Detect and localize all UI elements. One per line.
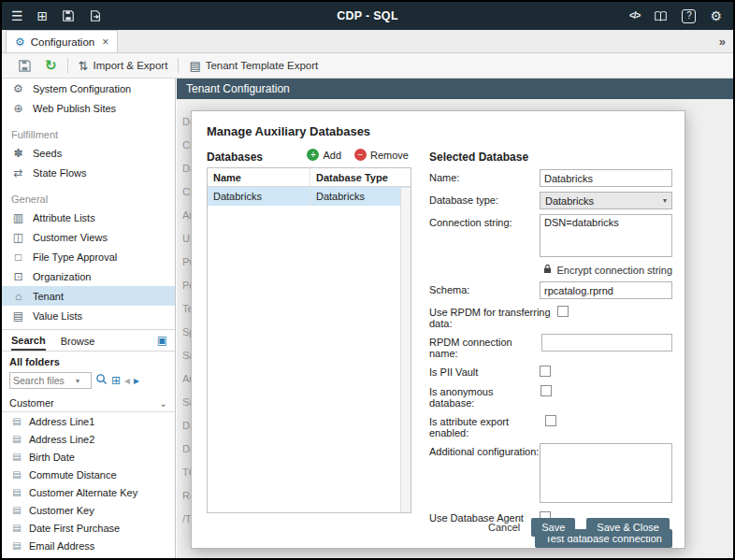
sidebar-item-label: Seeds [33, 148, 62, 159]
refresh-icon[interactable]: ↻ [38, 53, 64, 78]
field-label: Date First Purchase [29, 523, 120, 534]
save-button[interactable]: Save [531, 518, 575, 537]
sidebar-item-tenant[interactable]: ⌂ Tenant [2, 286, 175, 306]
table-body: Databricks Databricks [208, 187, 411, 206]
toolbar-save-icon[interactable] [11, 53, 38, 78]
sidebar-item-label: Web Publish Sites [33, 103, 116, 114]
field-label: Birth Date [29, 452, 75, 463]
apps-grid-icon[interactable]: ⊞ [37, 9, 49, 22]
field-list-item[interactable]: ▤ Address Line1 [2, 412, 175, 430]
titlebar-right-icons: </> ? ⚙ [629, 9, 733, 23]
file-icon: □ [11, 251, 25, 264]
customer-group-header[interactable]: Customer ⌄ [2, 394, 175, 412]
sidebar-item-customer-views[interactable]: ◫ Customer Views [2, 227, 175, 247]
sidebar-item-label: File Type Approval [33, 251, 117, 263]
add-remove-toolbar: + Add − Remove [307, 149, 409, 161]
table-scrollbar[interactable] [400, 188, 411, 512]
save-icon[interactable] [62, 9, 75, 22]
remove-icon: − [354, 149, 367, 161]
field-list-item[interactable]: ▤ Commute Distance [2, 466, 175, 483]
all-folders-label: All folders [2, 352, 175, 370]
titlebar-left-icons: ☰ ⊞ [2, 9, 102, 22]
search-row: ▾ ⊞ ◂ ▸ [2, 370, 175, 394]
attribute-icon: ▤ [11, 469, 22, 480]
tab-search[interactable]: Search [11, 331, 46, 351]
add-label: Add [323, 150, 341, 161]
prev-arrow-icon[interactable]: ◂ [124, 374, 130, 387]
use-rpdm-checkbox[interactable] [557, 306, 569, 317]
code-icon[interactable]: </> [629, 11, 640, 21]
schema-field[interactable] [540, 281, 672, 299]
is-pii-vault-checkbox[interactable] [540, 366, 551, 377]
connection-string-field[interactable]: DSN=databricks [540, 214, 672, 257]
field-label: Email Address [29, 540, 94, 552]
sidebar-item-file-type-approval[interactable]: □ File Type Approval [2, 247, 175, 266]
table-export-icon[interactable]: ▦ [137, 557, 149, 558]
is-pii-vault-label: Is PII Vault [429, 364, 478, 378]
sidebar-item-attribute-lists[interactable]: ▥ Attribute Lists [2, 208, 175, 227]
sidebar-item-state-flows[interactable]: ⇄ State Flows [2, 163, 175, 182]
field-list-item[interactable]: ▤ Email Address [2, 537, 175, 554]
database-type-value: Databricks [545, 195, 594, 207]
export-document-icon[interactable] [89, 9, 102, 22]
add-database-button[interactable]: + Add [307, 149, 341, 161]
tab-configuration[interactable]: ⚙ Configuration × [6, 30, 118, 52]
field-list-item[interactable]: ▤ Address Line2 [2, 430, 175, 448]
cancel-button[interactable]: Cancel [488, 522, 520, 533]
field-list-item[interactable]: ▤ Customer Key [2, 501, 175, 519]
next-arrow-icon[interactable]: ▸ [134, 374, 139, 387]
flow-icon: ⇄ [11, 166, 25, 179]
use-rpdm-label: Use RPDM for transferring data: [429, 304, 557, 329]
attribute-icon: ▤ [11, 434, 22, 444]
sidebar-item-system-configuration[interactable]: ⚙ System Configuration [2, 79, 175, 98]
schema-label: Schema: [429, 281, 469, 295]
group-label: Customer [9, 397, 54, 409]
table-row[interactable]: Databricks Databricks [208, 187, 411, 206]
tab-browse[interactable]: Browse [61, 332, 95, 350]
globe-icon: ⊕ [11, 102, 25, 115]
database-type-select[interactable]: Databricks ▾ [540, 192, 672, 209]
section-general: General [2, 187, 175, 208]
encrypt-connection-string-link[interactable]: Encrypt connection string [429, 264, 672, 276]
sidebar-item-seeds[interactable]: ✽ Seeds [2, 143, 175, 163]
book-icon[interactable] [654, 10, 668, 22]
folder-settings-icon[interactable]: ▣ [157, 334, 167, 347]
collapse-chevron-icon[interactable]: ⌄ [160, 398, 167, 409]
remove-database-button[interactable]: − Remove [354, 149, 409, 161]
additional-configuration-field[interactable] [540, 443, 672, 503]
tenant-template-export-button[interactable]: ▤ Tenant Template Export [182, 53, 324, 78]
is-anonymous-database-checkbox[interactable] [540, 385, 552, 396]
tab-overflow-icon[interactable]: » [719, 35, 733, 52]
name-field[interactable] [540, 169, 672, 187]
field-label: Customer Alternate Key [29, 487, 137, 498]
dialog-footer: Cancel Save Save & Close [488, 518, 670, 537]
field-label: Customer Key [29, 505, 94, 516]
menu-icon[interactable]: ☰ [11, 9, 23, 22]
toolbar-divider [67, 58, 68, 73]
import-export-button[interactable]: ⇅ Import & Export [72, 53, 175, 78]
field-list: ▤ Address Line1 ▤ Address Line2 ▤ Birth … [2, 412, 175, 554]
chevron-down-icon[interactable]: ▾ [76, 377, 81, 385]
attribute-icon: ▤ [11, 487, 22, 497]
sidebar-item-label: Customer Views [33, 232, 108, 243]
save-and-close-button[interactable]: Save & Close [586, 518, 670, 537]
settings-icon[interactable]: ⚙ [710, 9, 722, 22]
sidebar-item-web-publish-sites[interactable]: ⊕ Web Publish Sites [2, 98, 175, 118]
rpdm-connection-name-field[interactable] [541, 334, 672, 352]
gear-icon: ⚙ [11, 82, 25, 95]
databases-label: Databases [207, 151, 263, 164]
section-fulfillment: Fulfillment [2, 122, 175, 143]
help-icon[interactable]: ? [682, 9, 696, 23]
cell-name: Databricks [208, 187, 310, 206]
search-icon[interactable] [95, 373, 108, 388]
field-list-item[interactable]: ▤ Customer Alternate Key [2, 483, 175, 501]
is-attribute-export-enabled-checkbox[interactable] [545, 415, 556, 426]
field-list-item[interactable]: ▤ Date First Purchase [2, 519, 175, 537]
field-list-item[interactable]: ▤ Birth Date [2, 448, 175, 466]
sidebar-item-organization[interactable]: ⊡ Organization [2, 266, 175, 286]
grid-view-icon[interactable]: ▦ [156, 557, 167, 558]
tab-close-icon[interactable]: × [102, 36, 108, 49]
search-files-input[interactable] [10, 375, 76, 386]
sidebar-item-value-lists[interactable]: ▤ Value Lists [2, 306, 175, 325]
tree-view-icon[interactable]: ⊞ [111, 374, 121, 387]
